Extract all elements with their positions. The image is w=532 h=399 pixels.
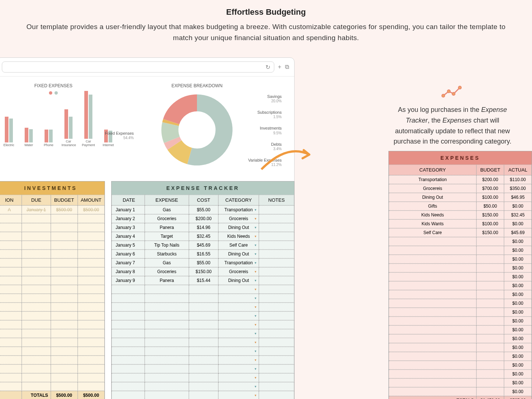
chevron-down-icon[interactable]: ▼ — [254, 235, 257, 238]
chevron-down-icon[interactable]: ▼ — [254, 253, 257, 256]
table-row[interactable]: Dining Out$100.00$46.95 — [389, 193, 532, 202]
chevron-down-icon[interactable]: ▼ — [254, 314, 257, 318]
table-row[interactable]: January 2Groceries$200.00Grocereis▼ — [112, 214, 294, 223]
table-row[interactable] — [0, 364, 105, 373]
table-row[interactable] — [0, 276, 105, 285]
table-row[interactable]: ▼ — [112, 382, 294, 391]
chevron-down-icon[interactable]: ▼ — [254, 376, 257, 379]
chevron-down-icon[interactable]: ▼ — [254, 359, 257, 362]
chevron-down-icon[interactable]: ▼ — [254, 226, 257, 229]
url-bar[interactable]: ↻ — [2, 61, 274, 73]
table-row[interactable] — [0, 223, 105, 232]
table-row[interactable]: $0.00 — [389, 308, 532, 317]
table-row[interactable]: ▼ — [112, 303, 294, 311]
new-tab-icon[interactable]: + — [278, 64, 281, 70]
table-row[interactable] — [0, 356, 105, 364]
chevron-down-icon[interactable]: ▼ — [254, 261, 257, 265]
table-row[interactable]: January 7Gas$55.00Transportation▼ — [112, 258, 294, 267]
address-bar-row: ↻ + ⧉ — [0, 58, 294, 77]
chevron-down-icon[interactable]: ▼ — [254, 279, 257, 282]
table-row[interactable]: Transportation$200.00$110.00 — [389, 175, 532, 184]
table-row[interactable] — [0, 311, 105, 320]
table-row[interactable] — [0, 258, 105, 267]
table-row[interactable]: ▼ — [112, 347, 294, 356]
table-row[interactable]: January 4Target$32.45Kids Needs▼ — [112, 232, 294, 241]
table-row[interactable]: ▼ — [112, 356, 294, 364]
table-row[interactable] — [0, 338, 105, 347]
table-row[interactable] — [0, 294, 105, 303]
chevron-down-icon[interactable]: ▼ — [254, 270, 257, 273]
table-row[interactable]: $0.00 — [389, 325, 532, 334]
table-row[interactable]: Gifts$50.00$0.00 — [389, 202, 532, 211]
table-row[interactable]: $0.00 — [389, 255, 532, 264]
reload-icon[interactable]: ↻ — [265, 64, 270, 71]
bar-label: Car Insurance — [61, 140, 75, 147]
chevron-down-icon[interactable]: ▼ — [254, 244, 257, 247]
chevron-down-icon[interactable]: ▼ — [254, 332, 257, 335]
table-row[interactable]: January 3Panera$14.96Dining Out▼ — [112, 223, 294, 232]
chevron-down-icon[interactable]: ▼ — [254, 297, 257, 300]
table-row[interactable] — [0, 382, 105, 391]
table-row[interactable]: January 6Starbucks$16.55Dining Out▼ — [112, 250, 294, 258]
table-row[interactable]: $0.00 — [389, 317, 532, 325]
table-row[interactable]: ▼ — [112, 391, 294, 399]
chevron-down-icon[interactable]: ▼ — [254, 208, 257, 212]
table-row[interactable]: $0.00 — [389, 281, 532, 290]
table-row[interactable]: Kids Needs$150.00$32.45 — [389, 211, 532, 219]
table-row[interactable]: January 9Panera$15.44Dining Out▼ — [112, 276, 294, 285]
bar-label: Electric — [2, 143, 16, 147]
table-row[interactable]: $0.00 — [389, 299, 532, 308]
table-row[interactable]: ▼ — [112, 364, 294, 373]
chevron-down-icon[interactable]: ▼ — [254, 323, 257, 326]
table-row[interactable] — [0, 373, 105, 382]
hero-subtitle: Our template provides a user-friendly la… — [22, 21, 510, 44]
table-row[interactable]: $0.00 — [389, 387, 532, 396]
expenses-cols: CATEGORY BUDGET ACTUAL — [389, 165, 532, 175]
table-row[interactable]: Kids Wants$100.00$0.00 — [389, 219, 532, 228]
table-row[interactable]: January 5Tip Top Nails$45.69Self Care▼ — [112, 241, 294, 250]
table-row[interactable]: January 1Gas$55.00Transportation▼ — [112, 205, 294, 214]
table-row[interactable]: ▼ — [112, 294, 294, 303]
table-row[interactable] — [0, 232, 105, 241]
table-row[interactable]: ▼ — [112, 285, 294, 294]
table-row[interactable] — [0, 285, 105, 294]
table-row[interactable]: $0.00 — [389, 264, 532, 272]
table-row[interactable] — [0, 303, 105, 311]
table-row[interactable]: $0.00 — [389, 370, 532, 378]
table-row[interactable] — [0, 250, 105, 258]
chevron-down-icon[interactable]: ▼ — [254, 341, 257, 344]
table-row[interactable]: $0.00 — [389, 290, 532, 299]
chevron-down-icon[interactable]: ▼ — [254, 306, 257, 309]
table-row[interactable]: January 8Groceries$150.00Grocereis▼ — [112, 267, 294, 276]
table-row[interactable] — [0, 214, 105, 223]
chevron-down-icon[interactable]: ▼ — [254, 385, 257, 388]
investments-ghost-row[interactable]: A January 1 $500.00 $500.00 — [0, 205, 105, 214]
table-row[interactable]: ▼ — [112, 373, 294, 382]
table-row[interactable]: ▼ — [112, 329, 294, 338]
table-row[interactable] — [0, 320, 105, 329]
chevron-down-icon[interactable]: ▼ — [254, 367, 257, 371]
table-row[interactable]: Self Care$150.00$45.69 — [389, 228, 532, 237]
donut-slice — [170, 121, 171, 124]
chevron-down-icon[interactable]: ▼ — [254, 217, 257, 220]
chevron-down-icon[interactable]: ▼ — [254, 350, 257, 353]
table-row[interactable]: $0.00 — [389, 246, 532, 255]
table-row[interactable]: $0.00 — [389, 237, 532, 246]
table-row[interactable] — [0, 267, 105, 276]
table-row[interactable] — [0, 329, 105, 338]
table-row[interactable]: ▼ — [112, 311, 294, 320]
table-row[interactable] — [0, 241, 105, 250]
table-row[interactable]: $0.00 — [389, 352, 532, 361]
table-row[interactable]: Grocereis$700.00$350.00 — [389, 184, 532, 193]
chevron-down-icon[interactable]: ▼ — [254, 394, 257, 397]
table-row[interactable] — [0, 347, 105, 356]
table-row[interactable]: $0.00 — [389, 343, 532, 352]
table-row[interactable]: $0.00 — [389, 272, 532, 281]
table-row[interactable]: ▼ — [112, 320, 294, 329]
table-row[interactable]: $0.00 — [389, 378, 532, 387]
table-row[interactable]: ▼ — [112, 338, 294, 347]
tabs-icon[interactable]: ⧉ — [285, 64, 289, 70]
chevron-down-icon[interactable]: ▼ — [254, 288, 257, 291]
table-row[interactable]: $0.00 — [389, 334, 532, 343]
table-row[interactable]: $0.00 — [389, 361, 532, 370]
